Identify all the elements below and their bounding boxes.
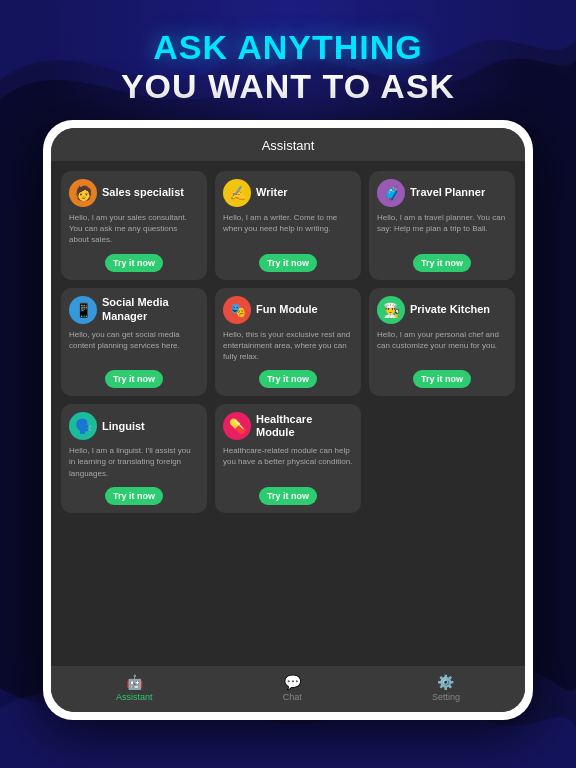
card-desc-linguist: Hello, I am a linguist. I'll assist you … [69, 445, 199, 479]
card-desc-kitchen: Hello, I am your personal chef and can c… [377, 329, 507, 363]
card-avatar-kitchen: 👨‍🍳 [377, 296, 405, 324]
card-writer[interactable]: ✍️ Writer Hello, I am a writer. Come to … [215, 171, 361, 280]
card-avatar-writer: ✍️ [223, 179, 251, 207]
nav-label-setting: Setting [432, 692, 460, 702]
card-desc-social: Hello, you can get social media content … [69, 329, 199, 363]
card-title-linguist: Linguist [102, 420, 145, 433]
card-avatar-linguist: 🗣️ [69, 412, 97, 440]
card-title-healthcare: Healthcare Module [256, 413, 353, 439]
card-desc-travel: Hello, I am a travel planner. You can sa… [377, 212, 507, 246]
card-header-healthcare: 💊 Healthcare Module [223, 412, 353, 440]
card-avatar-fun: 🎭 [223, 296, 251, 324]
card-header-sales: 🧑 Sales specialist [69, 179, 199, 207]
card-title-kitchen: Private Kitchen [410, 303, 490, 316]
header-line1: ASK ANYTHING [0, 28, 576, 67]
header-line2: YOU WANT TO ASK [0, 67, 576, 106]
card-btn-writer[interactable]: Try it now [259, 254, 317, 272]
nav-label-assistant: Assistant [116, 692, 153, 702]
card-title-social: Social Media Manager [102, 296, 199, 322]
card-fun[interactable]: 🎭 Fun Module Hello, this is your exclusi… [215, 288, 361, 397]
nav-item-assistant[interactable]: 🤖 Assistant [116, 674, 153, 702]
card-desc-healthcare: Healthcare-related module can help you h… [223, 445, 353, 479]
card-travel[interactable]: 🧳 Travel Planner Hello, I am a travel pl… [369, 171, 515, 280]
card-header-writer: ✍️ Writer [223, 179, 353, 207]
header-section: ASK ANYTHING YOU WANT TO ASK [0, 28, 576, 106]
card-social[interactable]: 📱 Social Media Manager Hello, you can ge… [61, 288, 207, 397]
card-desc-sales: Hello, I am your sales consultant. You c… [69, 212, 199, 246]
card-title-sales: Sales specialist [102, 186, 184, 199]
card-avatar-sales: 🧑 [69, 179, 97, 207]
cards-grid: 🧑 Sales specialist Hello, I am your sale… [51, 161, 525, 666]
card-header-kitchen: 👨‍🍳 Private Kitchen [377, 296, 507, 324]
card-avatar-social: 📱 [69, 296, 97, 324]
card-kitchen[interactable]: 👨‍🍳 Private Kitchen Hello, I am your per… [369, 288, 515, 397]
nav-icon-setting: ⚙️ [437, 674, 454, 690]
bottom-nav: 🤖 Assistant 💬 Chat ⚙️ Setting [51, 666, 525, 712]
card-avatar-travel: 🧳 [377, 179, 405, 207]
card-btn-healthcare[interactable]: Try it now [259, 487, 317, 505]
card-btn-sales[interactable]: Try it now [105, 254, 163, 272]
card-header-travel: 🧳 Travel Planner [377, 179, 507, 207]
card-linguist[interactable]: 🗣️ Linguist Hello, I am a linguist. I'll… [61, 404, 207, 513]
card-healthcare[interactable]: 💊 Healthcare Module Healthcare-related m… [215, 404, 361, 513]
tablet-inner: Assistant 🧑 Sales specialist Hello, I am… [51, 128, 525, 712]
card-title-writer: Writer [256, 186, 288, 199]
assistant-header: Assistant [51, 128, 525, 161]
card-title-fun: Fun Module [256, 303, 318, 316]
card-btn-linguist[interactable]: Try it now [105, 487, 163, 505]
nav-label-chat: Chat [283, 692, 302, 702]
card-btn-social[interactable]: Try it now [105, 370, 163, 388]
card-avatar-healthcare: 💊 [223, 412, 251, 440]
nav-icon-chat: 💬 [284, 674, 301, 690]
nav-icon-assistant: 🤖 [126, 674, 143, 690]
card-desc-writer: Hello, I am a writer. Come to me when yo… [223, 212, 353, 246]
assistant-title: Assistant [262, 138, 315, 153]
card-title-travel: Travel Planner [410, 186, 485, 199]
nav-item-chat[interactable]: 💬 Chat [283, 674, 302, 702]
card-btn-fun[interactable]: Try it now [259, 370, 317, 388]
card-header-linguist: 🗣️ Linguist [69, 412, 199, 440]
tablet-frame: Assistant 🧑 Sales specialist Hello, I am… [43, 120, 533, 720]
card-btn-travel[interactable]: Try it now [413, 254, 471, 272]
card-header-social: 📱 Social Media Manager [69, 296, 199, 324]
card-header-fun: 🎭 Fun Module [223, 296, 353, 324]
card-sales[interactable]: 🧑 Sales specialist Hello, I am your sale… [61, 171, 207, 280]
card-desc-fun: Hello, this is your exclusive rest and e… [223, 329, 353, 363]
card-btn-kitchen[interactable]: Try it now [413, 370, 471, 388]
nav-item-setting[interactable]: ⚙️ Setting [432, 674, 460, 702]
